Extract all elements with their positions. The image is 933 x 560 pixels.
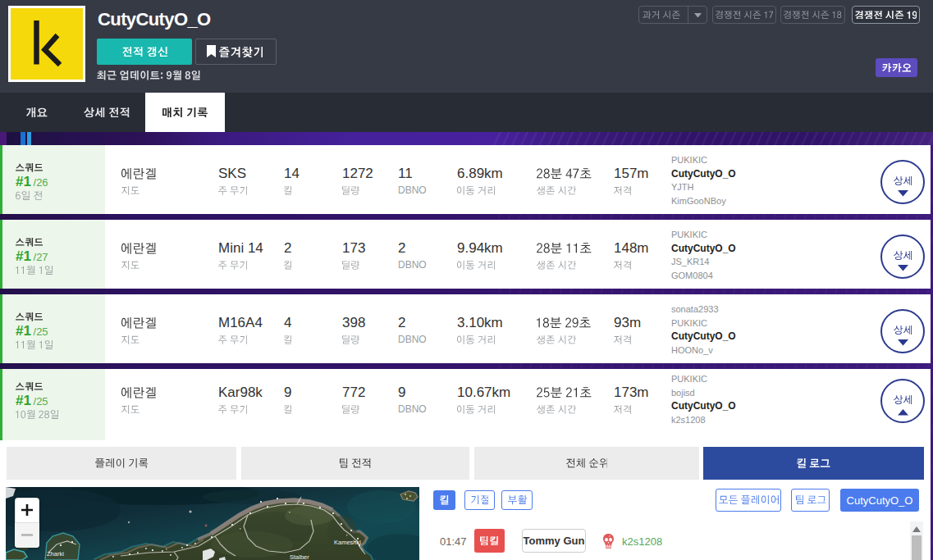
svg-text:Zharki: Zharki <box>47 550 64 558</box>
svg-text:Kameshki: Kameshki <box>334 539 361 546</box>
svg-text:Stalber: Stalber <box>290 553 309 560</box>
